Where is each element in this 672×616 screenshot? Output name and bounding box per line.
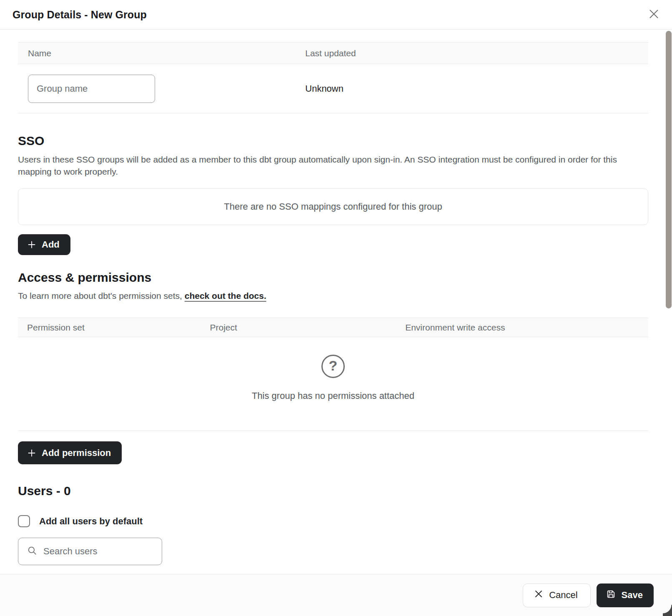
group-name-input[interactable] bbox=[28, 75, 155, 103]
sso-empty-state: There are no SSO mappings configured for… bbox=[18, 188, 648, 225]
plus-icon bbox=[27, 240, 36, 249]
add-permission-label: Add permission bbox=[42, 448, 111, 458]
add-permission-button[interactable]: Add permission bbox=[18, 441, 122, 464]
save-floppy-icon bbox=[606, 589, 616, 602]
column-header-name: Name bbox=[18, 48, 295, 58]
column-header-last-updated: Last updated bbox=[295, 48, 648, 58]
cancel-x-icon bbox=[534, 589, 543, 601]
group-table-header-row: Name Last updated bbox=[18, 42, 648, 64]
dialog-content: Name Last updated Unknown SSO Users in t… bbox=[0, 42, 672, 582]
add-all-users-checkbox[interactable] bbox=[18, 515, 30, 527]
permissions-heading: Access & permissions bbox=[18, 270, 648, 285]
permissions-table: Permission set Project Environment write… bbox=[18, 318, 648, 431]
sso-heading: SSO bbox=[18, 133, 648, 148]
last-updated-value: Unknown bbox=[295, 83, 648, 94]
close-icon bbox=[648, 8, 659, 21]
column-header-permission-set: Permission set bbox=[18, 323, 201, 333]
search-icon bbox=[27, 545, 38, 558]
permissions-table-header-row: Permission set Project Environment write… bbox=[18, 318, 648, 337]
dialog-title: Group Details - New Group bbox=[13, 9, 147, 21]
group-name-table: Name Last updated Unknown bbox=[18, 42, 648, 113]
group-details-dialog: Group Details - New Group Name Last upda… bbox=[0, 0, 672, 582]
users-section: Users - 0 Add all users by default bbox=[18, 483, 648, 582]
users-heading: Users - 0 bbox=[18, 483, 648, 498]
permissions-description: To learn more about dbt's permission set… bbox=[18, 291, 648, 301]
plus-icon bbox=[27, 448, 36, 458]
add-sso-mapping-button[interactable]: Add bbox=[18, 234, 70, 255]
column-header-project: Project bbox=[201, 323, 396, 333]
column-header-environment-write-access: Environment write access bbox=[396, 323, 648, 333]
save-button[interactable]: Save bbox=[597, 583, 654, 607]
cancel-button[interactable]: Cancel bbox=[523, 583, 590, 607]
question-mark-icon: ? bbox=[321, 355, 345, 378]
sso-empty-message: There are no SSO mappings configured for… bbox=[224, 201, 442, 212]
docs-link[interactable]: check out the docs. bbox=[185, 291, 266, 300]
search-users-input[interactable] bbox=[43, 546, 155, 557]
add-all-users-label: Add all users by default bbox=[39, 516, 143, 527]
permissions-section: Access & permissions To learn more about… bbox=[18, 270, 648, 464]
permissions-empty-message: This group has no permissions attached bbox=[252, 391, 414, 401]
add-sso-mapping-label: Add bbox=[42, 239, 60, 250]
permissions-empty-state: ? This group has no permissions attached bbox=[18, 337, 648, 431]
sso-section: SSO Users in these SSO groups will be ad… bbox=[18, 133, 648, 255]
user-search-box bbox=[18, 538, 162, 565]
sso-description: Users in these SSO groups will be added … bbox=[18, 153, 632, 178]
cancel-label: Cancel bbox=[549, 590, 577, 601]
close-button[interactable] bbox=[648, 9, 659, 20]
dialog-footer: Cancel Save bbox=[0, 574, 672, 616]
save-label: Save bbox=[622, 590, 643, 601]
table-row: Unknown bbox=[18, 64, 648, 113]
vertical-scrollbar-thumb[interactable] bbox=[666, 31, 672, 308]
dialog-header: Group Details - New Group bbox=[0, 0, 672, 30]
backdrop-corner bbox=[663, 605, 672, 616]
add-all-users-row: Add all users by default bbox=[18, 515, 648, 527]
